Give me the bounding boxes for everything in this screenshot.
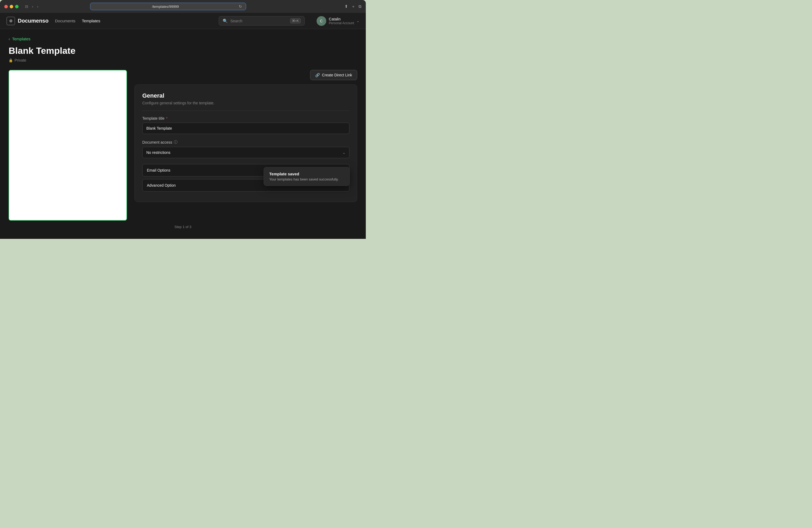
template-title-input[interactable] <box>142 123 349 134</box>
user-info: Catalin Personal Account <box>329 17 354 25</box>
browser-actions: ⬆ ＋ ⧉ <box>345 4 362 9</box>
logo-icon: ⚙ <box>6 17 15 25</box>
visibility-label: Private <box>15 58 26 62</box>
toast-message: Your templates has been saved successful… <box>269 177 344 181</box>
minimize-button[interactable] <box>10 5 13 8</box>
url-bar[interactable]: /templates/99999 ↻ <box>90 3 246 10</box>
document-access-select[interactable]: No restrictions <box>142 147 349 158</box>
reload-icon[interactable]: ↻ <box>239 4 242 9</box>
close-button[interactable] <box>4 5 8 8</box>
forward-button[interactable]: › <box>36 4 40 9</box>
settings-description: Configure general settings for the templ… <box>142 101 349 111</box>
extensions-button[interactable]: ⧉ <box>359 4 362 9</box>
search-placeholder: Search <box>231 19 288 23</box>
nav-logo: ⚙ Documenso <box>6 17 48 25</box>
create-direct-link-button[interactable]: 🔗 Create Direct Link <box>310 70 357 80</box>
document-access-group: Document access ⓘ No restrictions ⌄ <box>142 140 349 158</box>
url-text: /templates/99999 <box>94 4 237 9</box>
page-subtitle: 🔒 Private <box>9 58 357 62</box>
template-title-label: Template title * <box>142 116 349 120</box>
two-column-layout: 🔗 Create Direct Link General Configure g… <box>9 70 357 221</box>
required-star: * <box>166 116 167 120</box>
nav-links: Documents Templates <box>55 17 100 24</box>
info-icon: ⓘ <box>174 140 177 145</box>
page-title: Blank Template <box>9 45 357 56</box>
browser-titlebar: ⊟ ‹ › /templates/99999 ↻ ⬆ ＋ ⧉ <box>4 3 362 13</box>
template-title-group: Template title * <box>142 116 349 134</box>
nav-documents[interactable]: Documents <box>55 17 75 24</box>
breadcrumb: ‹ Templates <box>9 36 357 41</box>
settings-title: General <box>142 92 349 99</box>
advanced-option-label: Advanced Option <box>147 183 176 188</box>
search-icon: 🔍 <box>223 18 228 24</box>
document-access-label: Document access ⓘ <box>142 140 349 145</box>
nav-user[interactable]: C Catalin Personal Account ⌄ <box>317 16 359 26</box>
sidebar-toggle-button[interactable]: ⊟ <box>24 4 29 9</box>
app-nav: ⚙ Documenso Documents Templates 🔍 Search… <box>0 13 366 29</box>
avatar: C <box>317 16 326 26</box>
toast-title: Template saved <box>269 172 344 176</box>
link-icon: 🔗 <box>315 73 320 77</box>
toast-notification: Template saved Your templates has been s… <box>264 167 350 186</box>
nav-search[interactable]: 🔍 Search ⌘+K <box>219 16 305 26</box>
browser-chrome: ⊟ ‹ › /templates/99999 ↻ ⬆ ＋ ⧉ <box>0 0 366 13</box>
logo-text: Documenso <box>18 18 48 24</box>
user-name: Catalin <box>329 17 354 21</box>
chevron-down-icon: ⌄ <box>357 19 359 23</box>
fullscreen-button[interactable] <box>15 5 18 8</box>
document-preview <box>9 70 127 221</box>
create-direct-link-label: Create Direct Link <box>322 73 352 77</box>
new-tab-button[interactable]: ＋ <box>351 4 355 9</box>
main-content: ‹ Templates Blank Template 🔒 Private 🔗 C… <box>0 29 366 236</box>
step-indicator: Step 1 of 3 <box>9 225 357 229</box>
breadcrumb-label[interactable]: Templates <box>12 36 30 41</box>
back-button[interactable]: ‹ <box>31 4 34 9</box>
right-panel-header: 🔗 Create Direct Link <box>134 70 357 80</box>
browser-controls: ⊟ ‹ › <box>24 4 39 9</box>
breadcrumb-back-icon[interactable]: ‹ <box>9 36 10 41</box>
user-account: Personal Account <box>329 21 354 25</box>
lock-icon: 🔒 <box>9 58 13 62</box>
traffic-lights <box>4 5 18 8</box>
share-button[interactable]: ⬆ <box>345 4 348 9</box>
email-options-label: Email Options <box>147 168 170 172</box>
search-kbd: ⌘+K <box>290 18 301 24</box>
app-container: ⚙ Documenso Documents Templates 🔍 Search… <box>0 13 366 239</box>
right-panel: 🔗 Create Direct Link General Configure g… <box>134 70 357 202</box>
document-access-select-wrapper: No restrictions ⌄ <box>142 147 349 158</box>
document-preview-inner <box>9 71 127 220</box>
nav-templates[interactable]: Templates <box>82 17 100 24</box>
